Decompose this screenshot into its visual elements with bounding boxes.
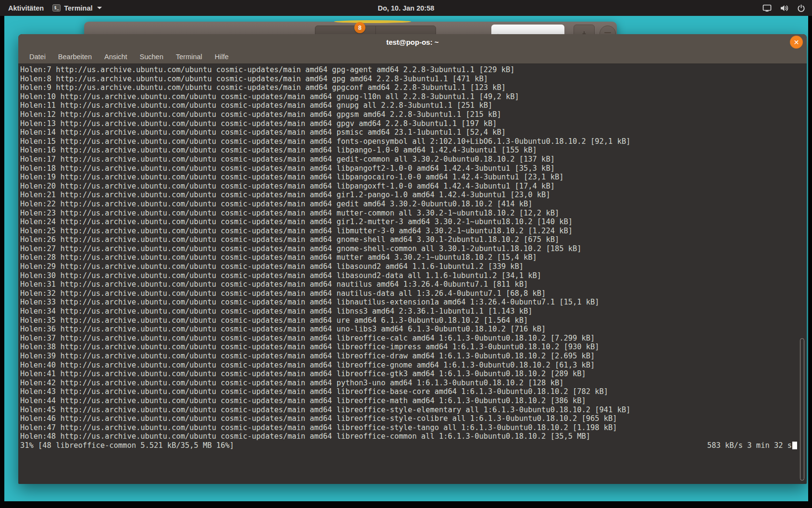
terminal-output-line: Holen:14 http://us.archive.ubuntu.com/ub… <box>20 128 807 137</box>
terminal-output-line: Holen:43 http://us.archive.ubuntu.com/ub… <box>20 387 807 396</box>
close-button[interactable]: ✕ <box>790 36 803 49</box>
terminal-output-line: Holen:32 http://us.archive.ubuntu.com/ub… <box>20 289 807 298</box>
download-status-row: 31% [48 libreoffice-common 5.521 kB/35,5… <box>20 441 807 450</box>
system-status-area[interactable] <box>762 4 805 12</box>
terminal-titlebar[interactable]: test@pop-os: ~ ✕ <box>18 34 807 50</box>
terminal-output-line: Holen:33 http://us.archive.ubuntu.com/ub… <box>20 298 807 307</box>
terminal-output-line: Holen:42 http://us.archive.ubuntu.com/ub… <box>20 379 807 388</box>
terminal-output-line: Holen:15 http://us.archive.ubuntu.com/ub… <box>20 137 807 146</box>
close-icon: ✕ <box>794 38 800 45</box>
window-title: test@pop-os: ~ <box>386 38 438 46</box>
clock-area: Do, 10. Jan 20:58 <box>0 4 812 12</box>
terminal-output-line: Holen:13 http://us.archive.ubuntu.com/ub… <box>20 119 807 128</box>
store-banner <box>334 20 411 23</box>
terminal-output-line: Holen:36 http://us.archive.ubuntu.com/ub… <box>20 325 807 334</box>
terminal-output-line: Holen:44 http://us.archive.ubuntu.com/ub… <box>20 396 807 406</box>
activities-button[interactable]: Aktivitäten <box>8 4 44 12</box>
display-icon <box>762 4 772 12</box>
menu-item[interactable]: Bearbeiten <box>52 53 98 61</box>
app-menu-button[interactable]: $_ Terminal <box>52 4 101 12</box>
terminal-output-line: Holen:7 http://us.archive.ubuntu.com/ubu… <box>20 65 807 75</box>
terminal-output-line: Holen:35 http://us.archive.ubuntu.com/ub… <box>20 316 807 325</box>
terminal-output-line: Holen:23 http://us.archive.ubuntu.com/ub… <box>20 209 807 218</box>
chevron-down-icon <box>97 7 102 9</box>
menu-item[interactable]: Hilfe <box>209 53 235 61</box>
terminal-output-line: Holen:30 http://us.archive.ubuntu.com/ub… <box>20 271 807 280</box>
terminal-output-line: Holen:18 http://us.archive.ubuntu.com/ub… <box>20 164 807 173</box>
terminal-output-line: Holen:39 http://us.archive.ubuntu.com/ub… <box>20 352 807 361</box>
terminal-output-line: Holen:28 http://us.archive.ubuntu.com/ub… <box>20 253 807 262</box>
download-speed-text: 583 kB/s 3 min 32 s <box>707 441 792 450</box>
app-menu-label: Terminal <box>64 4 92 12</box>
download-progress-text: 31% [48 libreoffice-common 5.521 kB/35,5… <box>20 441 234 450</box>
terminal-output-line: Holen:26 http://us.archive.ubuntu.com/ub… <box>20 235 807 244</box>
menu-item[interactable]: Terminal <box>170 53 209 61</box>
terminal-output-line: Holen:47 http://us.archive.ubuntu.com/ub… <box>20 423 807 432</box>
terminal-output-line: Holen:41 http://us.archive.ubuntu.com/ub… <box>20 369 807 379</box>
menu-item[interactable]: Ansicht <box>98 53 134 61</box>
terminal-output-line: Holen:21 http://us.archive.ubuntu.com/ub… <box>20 190 807 200</box>
terminal-output-line: Holen:46 http://us.archive.ubuntu.com/ub… <box>20 414 807 423</box>
desktop-screen: Startseite Installiert 8 Suche Apps... A… <box>0 0 812 508</box>
terminal-output-line: Holen:45 http://us.archive.ubuntu.com/ub… <box>20 406 807 415</box>
terminal-output-line: Holen:22 http://us.archive.ubuntu.com/ub… <box>20 200 807 209</box>
terminal-output-line: Holen:12 http://us.archive.ubuntu.com/ub… <box>20 110 807 119</box>
terminal-output-line: Holen:31 http://us.archive.ubuntu.com/ub… <box>20 280 807 289</box>
power-icon <box>797 4 805 12</box>
updates-count-badge: 8 <box>354 22 365 33</box>
terminal-output-line: Holen:40 http://us.archive.ubuntu.com/ub… <box>20 361 807 370</box>
menu-item[interactable]: Suchen <box>134 53 170 61</box>
terminal-output-lines: Holen:7 http://us.archive.ubuntu.com/ubu… <box>20 65 807 441</box>
terminal-output-line: Holen:34 http://us.archive.ubuntu.com/ub… <box>20 307 807 316</box>
terminal-output-line: Holen:19 http://us.archive.ubuntu.com/ub… <box>20 173 807 182</box>
clock-label[interactable]: Do, 10. Jan 20:58 <box>378 4 435 12</box>
terminal-output-line: Holen:48 http://us.archive.ubuntu.com/ub… <box>20 432 807 441</box>
terminal-output-line: Holen:29 http://us.archive.ubuntu.com/ub… <box>20 262 807 271</box>
terminal-scrollbar-thumb[interactable] <box>800 338 804 481</box>
terminal-output-line: Holen:11 http://us.archive.ubuntu.com/ub… <box>20 101 807 110</box>
terminal-output-line: Holen:16 http://us.archive.ubuntu.com/ub… <box>20 146 807 155</box>
volume-icon <box>780 4 789 12</box>
terminal-output-line: Holen:38 http://us.archive.ubuntu.com/ub… <box>20 343 807 352</box>
terminal-output-line: Holen:17 http://us.archive.ubuntu.com/ub… <box>20 155 807 164</box>
terminal-output[interactable]: Holen:7 http://us.archive.ubuntu.com/ubu… <box>18 64 807 483</box>
terminal-menubar: Datei Bearbeiten Ansicht Suchen Terminal… <box>18 50 807 64</box>
terminal-output-line: Holen:37 http://us.archive.ubuntu.com/ub… <box>20 334 807 343</box>
terminal-output-line: Holen:27 http://us.archive.ubuntu.com/ub… <box>20 244 807 254</box>
hamburger-icon <box>604 32 611 33</box>
menu-item[interactable]: Datei <box>23 53 52 61</box>
top-bar: Aktivitäten $_ Terminal Do, 10. Jan 20:5… <box>0 0 812 16</box>
terminal-output-line: Holen:10 http://us.archive.ubuntu.com/ub… <box>20 92 807 102</box>
terminal-output-line: Holen:25 http://us.archive.ubuntu.com/ub… <box>20 227 807 236</box>
terminal-output-line: Holen:8 http://us.archive.ubuntu.com/ubu… <box>20 75 807 84</box>
terminal-window: test@pop-os: ~ ✕ Datei Bearbeiten Ansich… <box>18 34 807 484</box>
terminal-output-line: Holen:20 http://us.archive.ubuntu.com/ub… <box>20 182 807 191</box>
block-cursor <box>792 442 797 449</box>
terminal-app-icon: $_ <box>52 4 61 12</box>
terminal-output-line: Holen:24 http://us.archive.ubuntu.com/ub… <box>20 217 807 227</box>
terminal-output-line: Holen:9 http://us.archive.ubuntu.com/ubu… <box>20 83 807 92</box>
